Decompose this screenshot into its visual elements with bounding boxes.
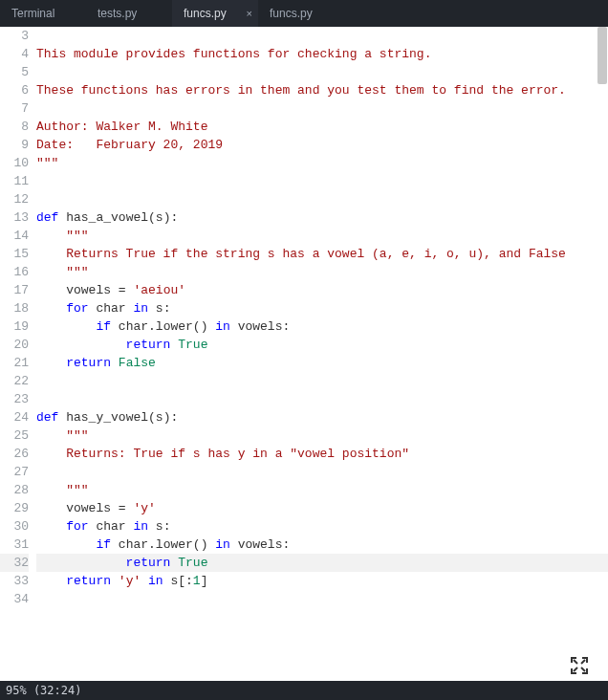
line-number: 32	[0, 554, 29, 572]
code-area[interactable]: This module provides functions for check…	[36, 27, 608, 681]
editor-pane[interactable]: 3456789101112131415161718192021222324252…	[0, 27, 608, 681]
code-line[interactable]: def has_a_vowel(s):	[36, 208, 608, 227]
line-number: 14	[0, 227, 29, 245]
line-number: 30	[0, 517, 29, 536]
code-line[interactable]	[36, 172, 608, 190]
code-line[interactable]: if char.lower() in vowels:	[36, 317, 608, 336]
code-line[interactable]: for char in s:	[36, 517, 608, 536]
line-number: 8	[0, 118, 29, 136]
line-number: 4	[0, 45, 29, 63]
line-gutter: 3456789101112131415161718192021222324252…	[0, 27, 36, 681]
code-line[interactable]: Author: Walker M. White	[36, 118, 608, 136]
code-line[interactable]	[36, 63, 608, 81]
tab-funcs-active[interactable]: funcs.py ×	[172, 0, 258, 27]
code-line[interactable]: """	[36, 154, 608, 172]
line-number: 34	[0, 590, 29, 608]
line-number: 23	[0, 390, 29, 408]
line-number: 7	[0, 99, 29, 118]
tab-label: tests.py	[98, 7, 137, 20]
line-number: 18	[0, 299, 29, 317]
line-number: 16	[0, 263, 29, 281]
line-number: 20	[0, 336, 29, 354]
line-number: 21	[0, 354, 29, 372]
line-number: 15	[0, 245, 29, 263]
line-number: 11	[0, 172, 29, 190]
line-number: 33	[0, 572, 29, 590]
status-text: 95% (32:24)	[6, 684, 81, 697]
tab-bar: Terminal tests.py funcs.py × funcs.py	[0, 0, 608, 27]
line-number: 9	[0, 136, 29, 154]
code-line[interactable]: Returns: True if s has y in a "vowel pos…	[36, 445, 608, 463]
tab-label: funcs.py	[184, 7, 227, 20]
code-line[interactable]: """	[36, 481, 608, 499]
code-line[interactable]: Returns True if the string s has a vowel…	[36, 245, 608, 263]
code-line[interactable]: return True	[36, 554, 608, 572]
code-line[interactable]	[36, 390, 608, 408]
line-number: 10	[0, 154, 29, 172]
expand-icon[interactable]	[570, 656, 589, 675]
code-line[interactable]: vowels = 'aeiou'	[36, 281, 608, 299]
tab-tests[interactable]: tests.py	[86, 0, 172, 27]
code-line[interactable]: vowels = 'y'	[36, 499, 608, 517]
line-number: 17	[0, 281, 29, 299]
close-icon[interactable]: ×	[247, 0, 252, 27]
code-line[interactable]: This module provides functions for check…	[36, 45, 608, 63]
code-line[interactable]: Date: February 20, 2019	[36, 136, 608, 154]
code-line[interactable]: for char in s:	[36, 299, 608, 317]
code-line[interactable]	[36, 99, 608, 118]
code-line[interactable]: if char.lower() in vowels:	[36, 536, 608, 554]
line-number: 31	[0, 536, 29, 554]
code-line[interactable]	[36, 463, 608, 481]
tab-label: Terminal	[11, 7, 54, 20]
code-line[interactable]: """	[36, 227, 608, 245]
scrollbar-vertical[interactable]	[597, 27, 608, 681]
line-number: 6	[0, 81, 29, 99]
code-line[interactable]	[36, 590, 608, 608]
scrollbar-thumb[interactable]	[597, 27, 607, 84]
line-number: 22	[0, 372, 29, 390]
line-number: 25	[0, 427, 29, 445]
status-bar: 95% (32:24)	[0, 681, 608, 700]
line-number: 24	[0, 408, 29, 427]
code-line[interactable]	[36, 190, 608, 208]
code-line[interactable]: """	[36, 427, 608, 445]
line-number: 28	[0, 481, 29, 499]
tab-label: funcs.py	[270, 7, 313, 20]
code-line[interactable]	[36, 27, 608, 45]
tab-terminal[interactable]: Terminal	[0, 0, 86, 27]
code-line[interactable]: return 'y' in s[:1]	[36, 572, 608, 590]
tab-funcs-2[interactable]: funcs.py	[258, 0, 344, 27]
line-number: 26	[0, 445, 29, 463]
line-number: 27	[0, 463, 29, 481]
line-number: 3	[0, 27, 29, 45]
code-line[interactable]: def has_y_vowel(s):	[36, 408, 608, 427]
line-number: 5	[0, 63, 29, 81]
code-line[interactable]	[36, 372, 608, 390]
code-line[interactable]: return False	[36, 354, 608, 372]
line-number: 12	[0, 190, 29, 208]
line-number: 29	[0, 499, 29, 517]
code-line[interactable]: return True	[36, 336, 608, 354]
code-line[interactable]: These functions has errors in them and y…	[36, 81, 608, 99]
code-line[interactable]: """	[36, 263, 608, 281]
line-number: 19	[0, 317, 29, 336]
line-number: 13	[0, 208, 29, 227]
